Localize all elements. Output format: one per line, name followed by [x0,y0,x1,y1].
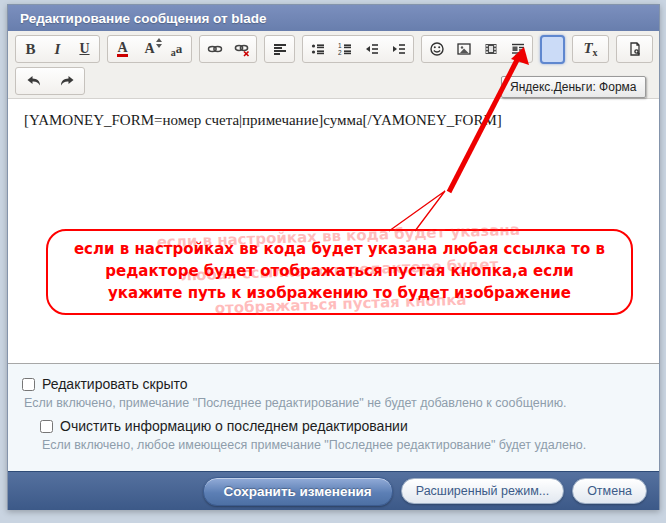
bold-icon: B [25,41,35,58]
dialog-titlebar: Редактирование сообщения от blade [8,5,659,31]
edit-options-panel: Редактировать скрыто Если включено, прим… [8,363,659,471]
font-size-button[interactable]: A [136,37,163,61]
align-button[interactable] [266,37,293,61]
numbered-list-button[interactable]: 12 [331,37,358,61]
outdent-button[interactable] [358,37,385,61]
yamoney-tooltip: Яндекс.Деньги: Форма [501,76,646,98]
text-case-icon: aa [171,41,183,58]
remove-format-icon: Tx [583,40,597,58]
cancel-button[interactable]: Отмена [572,478,647,504]
page-background: { "window": { "title": "Редактирование с… [0,0,666,523]
remove-format-button[interactable]: Tx [574,37,607,61]
undo-button[interactable] [17,69,50,93]
insert-image-button[interactable] [450,37,477,61]
advanced-mode-button[interactable]: Расширенный режим... [401,478,564,504]
toolbar-row-1: B I U A A aa [15,35,653,65]
underline-icon: U [79,41,89,57]
toggle-mode-button[interactable] [618,37,651,61]
svg-text:1: 1 [338,42,342,49]
save-changes-button[interactable]: Сохранить изменения [203,477,393,506]
numbered-list-icon: 12 [337,41,353,57]
quote-icon [510,41,526,57]
outdent-icon [364,41,380,57]
italic-icon: I [55,41,61,58]
dialog-footer: Сохранить изменения Расширенный режим...… [8,471,659,510]
italic-button[interactable]: I [44,37,71,61]
message-editor-area[interactable]: [YAMONEY_FORM=номер счета|примечание]сум… [8,99,659,363]
image-icon [456,41,472,57]
bullet-list-icon [310,41,326,57]
yamoney-tooltip-text: Яндекс.Деньги: Форма [510,80,637,94]
svg-text:2: 2 [338,49,342,56]
clear-edit-info-checkbox[interactable] [40,420,53,433]
undo-icon [25,73,43,89]
yamoney-form-button[interactable] [540,35,565,64]
group-align [264,35,295,63]
text-case-button[interactable]: aa [163,37,190,61]
group-text-style: B I U [15,35,100,63]
insert-quote-button[interactable] [504,37,531,61]
remove-link-button[interactable] [228,37,255,61]
smiley-button[interactable] [423,37,450,61]
edit-hidden-row: Редактировать скрыто [22,376,645,392]
link-icon [207,41,223,57]
film-icon [483,41,499,57]
font-color-icon: A [117,41,127,57]
smiley-icon [429,41,445,57]
insert-link-button[interactable] [201,37,228,61]
redo-button[interactable] [50,69,83,93]
group-link [199,35,257,63]
align-left-icon [272,41,288,57]
group-media [421,35,533,63]
group-font: A A aa [107,35,192,63]
clear-edit-info-description: Если включено, любое имеющееся примечани… [42,438,645,452]
insert-media-button[interactable] [477,37,504,61]
group-lists: 12 [302,35,414,63]
group-history [15,67,85,95]
font-color-button[interactable]: A [109,37,136,61]
font-size-icon: A [144,41,154,57]
annotation-callout: если в настройках вв кода будет указана … [46,229,633,315]
dialog-title: Редактирование сообщения от blade [20,11,267,26]
bbcode-text: [YAMONEY_FORM=номер счета|примечание]сум… [8,99,659,129]
edit-hidden-checkbox[interactable] [22,378,35,391]
underline-button[interactable]: U [71,37,98,61]
group-removeformat: Tx [572,35,609,63]
clear-edit-info-label: Очистить информацию о последнем редактир… [60,418,408,434]
bold-button[interactable]: B [17,37,44,61]
indent-button[interactable] [385,37,412,61]
unlink-icon [234,41,250,57]
edit-message-dialog: Редактирование сообщения от blade B I U … [7,4,660,510]
indent-icon [391,41,407,57]
bullet-list-button[interactable] [304,37,331,61]
page-wrench-icon [627,41,643,57]
group-mode [616,35,653,63]
annotation-text: если в настройках вв кода будет указана … [48,231,631,313]
clear-edit-info-row: Очистить информацию о последнем редактир… [40,418,645,434]
edit-hidden-description: Если включено, примечание "Последнее ред… [24,396,645,410]
redo-icon [58,73,76,89]
edit-hidden-label: Редактировать скрыто [42,376,188,392]
